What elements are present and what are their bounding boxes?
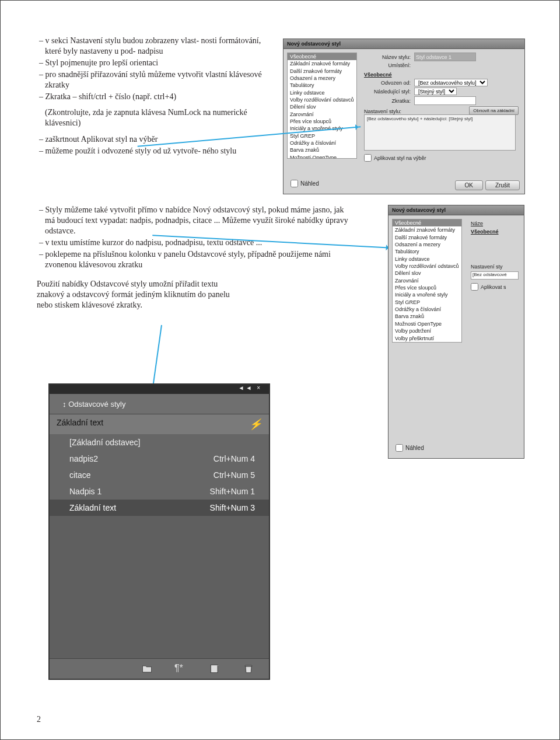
cat-item[interactable]: Odsazení a mezery bbox=[393, 241, 461, 248]
cat-item[interactable]: Všeobecné bbox=[393, 219, 461, 226]
preview-checkbox-row[interactable]: Náhled bbox=[288, 178, 319, 189]
preview-checkbox[interactable] bbox=[290, 180, 298, 187]
paragraph-styles-panel: ◄◄ × ↕ Odstavcové styly Základní text ⚡ … bbox=[48, 383, 270, 680]
style-settings-box: [Bez odstavcového stylu] + následující: … bbox=[364, 114, 516, 151]
placement-label: Umístění: bbox=[364, 62, 414, 68]
new-style-icon[interactable] bbox=[208, 663, 221, 675]
restore-button[interactable]: Obnovit na základní bbox=[469, 106, 519, 115]
preview-checkbox[interactable] bbox=[396, 444, 403, 452]
svg-rect-0 bbox=[211, 665, 218, 672]
styles-list[interactable]: [Základní odstavec] nadpis2Ctrl+Num 4 ci… bbox=[50, 434, 269, 516]
cat-item[interactable]: Základní znakové formáty bbox=[288, 60, 356, 67]
cat-item[interactable]: Přes více sloupců bbox=[393, 284, 461, 291]
ok-button[interactable]: OK bbox=[455, 180, 483, 190]
cat-item[interactable]: Tabulátory bbox=[393, 248, 461, 255]
style-settings-box: [Bez odstavcové bbox=[471, 271, 519, 280]
section-title: Všeobecné bbox=[469, 226, 520, 236]
cat-item[interactable]: Styl GREP bbox=[288, 132, 356, 139]
style-row-selected[interactable]: Základní textShift+Num 3 bbox=[50, 500, 269, 516]
cat-item[interactable]: Volby přeškrtnutí bbox=[393, 335, 461, 342]
cat-item[interactable]: Barva znaků bbox=[393, 313, 461, 320]
based-on-select[interactable]: [Bez odstavcového stylu] bbox=[414, 79, 488, 86]
instructions-block-2: Styly můžeme také vytvořit přímo v nabíd… bbox=[37, 205, 352, 310]
cat-item[interactable]: Volby rozdělování odstavců bbox=[393, 263, 461, 270]
cat-item[interactable]: Další znakové formáty bbox=[288, 68, 356, 75]
new-paragraph-style-dialog: Nový odstavcový styl Všeobecné Základní … bbox=[283, 39, 525, 194]
cat-item[interactable]: Možnosti OpenType bbox=[288, 154, 356, 159]
page-number: 2 bbox=[37, 715, 41, 724]
style-row[interactable]: [Základní odstavec] bbox=[50, 434, 269, 451]
cat-item[interactable]: Linky odstavce bbox=[393, 256, 461, 263]
section-title: Všeobecné bbox=[364, 69, 521, 79]
cat-item[interactable]: Styl GREP bbox=[393, 299, 461, 306]
cat-item[interactable]: Odsazení a mezery bbox=[288, 75, 356, 82]
dialog-category-list[interactable]: Všeobecné Základní znakové formáty Další… bbox=[392, 219, 462, 343]
cat-item[interactable]: Volby podtržení bbox=[393, 327, 461, 334]
cancel-button[interactable]: Zrušit bbox=[485, 180, 520, 190]
cat-item[interactable]: Všeobecné bbox=[288, 53, 356, 60]
cat-item[interactable]: Volby rozdělování odstavců bbox=[288, 96, 356, 103]
trash-icon[interactable] bbox=[242, 663, 255, 675]
next-style-label: Následující styl: bbox=[364, 89, 414, 95]
bullet: v sekci Nastavení stylu budou zobrazeny … bbox=[37, 36, 270, 57]
override-icon: ⚡ bbox=[249, 418, 262, 431]
panel-current-style: Základní text bbox=[57, 418, 103, 431]
bullet: Zkratka – shift/ctrl + číslo (např. ctrl… bbox=[37, 92, 270, 102]
shortcut-label: Zkratka: bbox=[364, 98, 414, 104]
cat-item[interactable]: Odrážky a číslování bbox=[288, 139, 356, 146]
cat-item[interactable]: Linky odstavce bbox=[288, 89, 356, 96]
cat-item[interactable]: Možnosti OpenType bbox=[393, 320, 461, 327]
cat-item[interactable]: Základní znakové formáty bbox=[393, 226, 461, 233]
bullet: můžeme použít i odvozené styly od už vyt… bbox=[37, 146, 270, 156]
new-paragraph-style-dialog-cropped: Nový odstavcový styl Všeobecné Základní … bbox=[388, 205, 524, 459]
dialog-title: Nový odstavcový styl bbox=[388, 205, 524, 215]
style-name-label: Název stylu: bbox=[364, 54, 414, 60]
apply-style-checkbox-row[interactable]: Aplikovat styl na výběr bbox=[364, 154, 521, 162]
cat-item[interactable]: Tabulátory bbox=[288, 82, 356, 89]
usage-note: Použití nabídky Odstavcové styly umožní … bbox=[37, 279, 352, 310]
apply-style-checkbox[interactable] bbox=[364, 154, 372, 162]
panel-collapse-bar[interactable]: ◄◄ × bbox=[50, 385, 269, 394]
cat-item[interactable]: Barva znaků bbox=[288, 146, 356, 153]
cat-item[interactable]: Přes více sloupců bbox=[288, 118, 356, 125]
shortcut-input[interactable] bbox=[414, 96, 476, 105]
style-name-label: Náze bbox=[469, 219, 520, 226]
style-name-input[interactable] bbox=[414, 53, 476, 61]
clear-overrides-icon[interactable]: ¶* bbox=[174, 663, 187, 675]
dialog-category-list[interactable]: Všeobecné Základní znakové formáty Další… bbox=[287, 53, 357, 159]
cat-item[interactable]: Dělení slov bbox=[288, 103, 356, 110]
folder-icon[interactable] bbox=[141, 663, 153, 675]
style-row[interactable]: citaceCtrl+Num 5 bbox=[50, 467, 269, 483]
bullet: Styly můžeme také vytvořit přímo v nabíd… bbox=[37, 205, 352, 236]
bullet: zaškrtnout Aplikovat styl na výběr bbox=[37, 134, 270, 145]
style-settings-label: Nastavení sty bbox=[469, 236, 520, 270]
style-row[interactable]: nadpis2Ctrl+Num 4 bbox=[50, 451, 269, 467]
cat-item[interactable]: Dělení slov bbox=[393, 270, 461, 277]
bullet: poklepeme na příslušnou kolonku v panelu… bbox=[37, 249, 352, 270]
cat-item[interactable]: Zarovnání bbox=[288, 111, 356, 118]
panel-tab[interactable]: ↕ Odstavcové styly bbox=[55, 397, 132, 410]
bullet: pro snadnější přiřazování stylů můžeme v… bbox=[37, 69, 270, 90]
parenthesis-note: (Zkontrolujte, zda je zapnuta klávesa Nu… bbox=[45, 107, 270, 128]
next-style-select[interactable]: [Stejný styl] bbox=[414, 88, 457, 95]
cat-item[interactable]: Další znakové formáty bbox=[393, 234, 461, 241]
apply-style-checkbox[interactable] bbox=[471, 283, 478, 291]
bullet: Styl pojmenujte pro lepší orientaci bbox=[37, 58, 270, 68]
dialog-title: Nový odstavcový styl bbox=[284, 39, 524, 49]
style-row[interactable]: Nadpis 1Shift+Num 1 bbox=[50, 483, 269, 500]
cat-item[interactable]: Zarovnání bbox=[393, 277, 461, 284]
apply-style-label: Aplikovat styl na výběr bbox=[374, 155, 426, 161]
cat-item[interactable]: Odrážky a číslování bbox=[393, 306, 461, 313]
cat-item[interactable]: Iniciály a vnořené styly bbox=[393, 291, 461, 298]
based-on-label: Odvozen od: bbox=[364, 80, 414, 86]
